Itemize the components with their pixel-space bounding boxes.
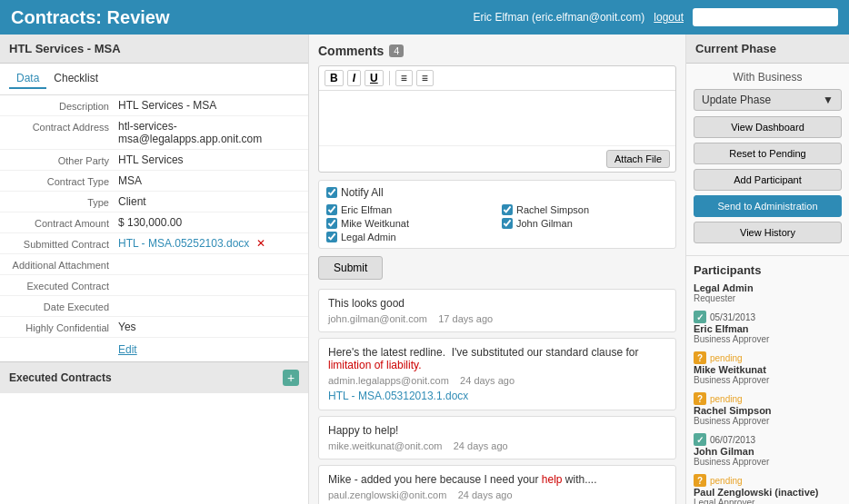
submit-button[interactable]: Submit: [318, 256, 383, 280]
notify-rachel-checkbox[interactable]: [502, 204, 513, 215]
comment-3-meta: mike.weitkunat@onit.com 24 days ago: [328, 440, 666, 451]
search-input[interactable]: [693, 8, 838, 26]
edit-link[interactable]: Edit: [118, 343, 137, 356]
field-label-executed-contract: Executed Contract: [9, 279, 118, 292]
field-date-executed: Date Executed: [0, 296, 308, 317]
tab-data[interactable]: Data: [9, 69, 46, 89]
notify-eric-checkbox[interactable]: [326, 204, 337, 215]
right-panel: Current Phase With Business Update Phase…: [685, 35, 849, 504]
comment-4-help-link[interactable]: help: [542, 473, 563, 486]
update-phase-dropdown[interactable]: Update Phase ▼: [694, 89, 842, 111]
send-to-administration-button[interactable]: Send to Administration: [694, 195, 842, 217]
executed-contracts-section: Executed Contracts +: [0, 361, 308, 393]
comment-3-time: 24 days ago: [454, 440, 508, 451]
participants-section: Participants Legal Admin Requester ✓ 05/…: [686, 255, 849, 504]
add-executed-contract-button[interactable]: +: [283, 370, 299, 386]
editor-area[interactable]: [319, 91, 675, 145]
pending-icon: ?: [694, 351, 706, 364]
notify-all-row: Notify All: [326, 186, 668, 199]
field-label-additional-attachment: Additional Attachment: [9, 258, 118, 271]
participant-legal-admin: Legal Admin Requester: [694, 282, 842, 303]
comment-2-attachment-link[interactable]: HTL - MSA.05312013.1.docx: [328, 390, 666, 402]
participant-paul: ? pending Paul Zenglowski (inactive) Leg…: [694, 474, 842, 504]
participant-john-status: ✓ 06/07/2013: [694, 433, 842, 446]
user-info: Eric Elfman (eric.elfman@onit.com): [473, 11, 644, 24]
participant-mike-role: Business Approver: [694, 375, 842, 385]
logout-link[interactable]: logout: [654, 11, 684, 24]
check-icon: ✓: [694, 433, 706, 446]
comment-1: This looks good john.gilman@onit.com 17 …: [318, 289, 676, 332]
participant-paul-status-text: pending: [710, 476, 743, 486]
field-value-description: HTL Services - MSA: [118, 99, 299, 112]
submitted-contract-link[interactable]: HTL - MSA.05252103.docx: [118, 237, 249, 250]
comment-3-author: mike.weitkunat@onit.com: [328, 440, 443, 451]
left-panel: HTL Services - MSA Data Checklist Descri…: [0, 35, 309, 504]
notify-mike-checkbox[interactable]: [326, 218, 337, 229]
participant-eric-name: Eric Elfman: [694, 323, 842, 334]
comment-4-author: paul.zenglowski@onit.com: [328, 489, 446, 500]
data-tabs: Data Checklist: [0, 64, 308, 95]
view-dashboard-button[interactable]: View Dashboard: [694, 116, 842, 138]
reset-to-pending-button[interactable]: Reset to Pending: [694, 143, 842, 164]
comment-2-author: admin.legalapps@onit.com: [328, 375, 449, 386]
participant-legal-admin-role: Requester: [694, 293, 842, 303]
participants-header: Participants: [694, 263, 842, 277]
delete-icon[interactable]: ✕: [256, 237, 265, 250]
app-header: Contracts: Review Eric Elfman (eric.elfm…: [0, 0, 849, 35]
field-value-contract-address: htl-services-msa@legalapps.app.onit.com: [118, 120, 299, 145]
participant-rachel-name: Rachel Simpson: [694, 405, 842, 416]
underline-button[interactable]: U: [365, 70, 384, 86]
unordered-list-button[interactable]: ≡: [416, 70, 434, 86]
add-participant-button[interactable]: Add Participant: [694, 169, 842, 191]
notify-john-checkbox[interactable]: [502, 218, 513, 229]
notify-item-mike: Mike Weitkunat: [326, 218, 493, 229]
participant-rachel-role: Business Approver: [694, 416, 842, 426]
field-highly-confidential: Highly Confidential Yes: [0, 317, 308, 338]
participant-john: ✓ 06/07/2013 John Gilman Business Approv…: [694, 433, 842, 467]
view-history-button[interactable]: View History: [694, 222, 842, 243]
tab-checklist[interactable]: Checklist: [46, 69, 105, 89]
current-phase-header: Current Phase: [686, 35, 849, 64]
phase-section: With Business Update Phase ▼ View Dashbo…: [686, 64, 849, 255]
notify-item-eric: Eric Elfman: [326, 204, 493, 215]
field-value-contract-amount: $ 130,000.00: [118, 216, 299, 229]
ordered-list-button[interactable]: ≡: [395, 70, 413, 86]
comment-1-text: This looks good: [328, 297, 666, 310]
field-label-contract-address: Contract Address: [9, 120, 118, 133]
page-title: Contracts: Review: [11, 7, 170, 28]
comment-2-time: 24 days ago: [460, 375, 514, 386]
participant-john-role: Business Approver: [694, 457, 842, 467]
participant-eric: ✓ 05/31/2013 Eric Elfman Business Approv…: [694, 311, 842, 344]
notify-legal-label: Legal Admin: [341, 232, 396, 242]
notify-john-label: John Gilman: [516, 218, 573, 229]
participant-mike-status-text: pending: [710, 353, 743, 363]
notify-eric-label: Eric Elfman: [341, 204, 392, 215]
edit-link-container: Edit: [0, 338, 308, 361]
main-layout: HTL Services - MSA Data Checklist Descri…: [0, 35, 849, 504]
comment-3: Happy to help! mike.weitkunat@onit.com 2…: [318, 416, 676, 460]
participant-rachel-status-text: pending: [710, 394, 743, 404]
field-contract-address: Contract Address htl-services-msa@legala…: [0, 116, 308, 150]
field-label-description: Description: [9, 99, 118, 112]
field-label-date-executed: Date Executed: [9, 300, 118, 312]
attach-file-button[interactable]: Attach File: [606, 150, 670, 168]
notify-grid: Eric Elfman Rachel Simpson Mike Weitkuna…: [326, 204, 668, 242]
participant-legal-admin-name: Legal Admin: [694, 282, 842, 293]
field-additional-attachment: Additional Attachment: [0, 254, 308, 275]
field-label-other-party: Other Party: [9, 153, 118, 166]
pending-icon: ?: [694, 392, 706, 405]
field-type: Type Client: [0, 192, 308, 212]
italic-button[interactable]: I: [347, 70, 361, 86]
comment-2-link-limitation[interactable]: limitation of liability.: [328, 359, 421, 371]
notify-legal-checkbox[interactable]: [326, 232, 337, 242]
comment-4: Mike - added you here because I need you…: [318, 465, 676, 504]
field-description: Description HTL Services - MSA: [0, 95, 308, 116]
field-contract-amount: Contract Amount $ 130,000.00: [0, 212, 308, 233]
participant-mike: ? pending Mike Weitkunat Business Approv…: [694, 351, 842, 385]
field-label-highly-confidential: Highly Confidential: [9, 321, 118, 333]
bold-button[interactable]: B: [325, 70, 344, 86]
field-value-contract-type: MSA: [118, 174, 299, 187]
field-value-highly-confidential: Yes: [118, 321, 299, 333]
notify-all-checkbox[interactable]: [326, 187, 337, 198]
contract-title: HTL Services - MSA: [9, 42, 121, 55]
